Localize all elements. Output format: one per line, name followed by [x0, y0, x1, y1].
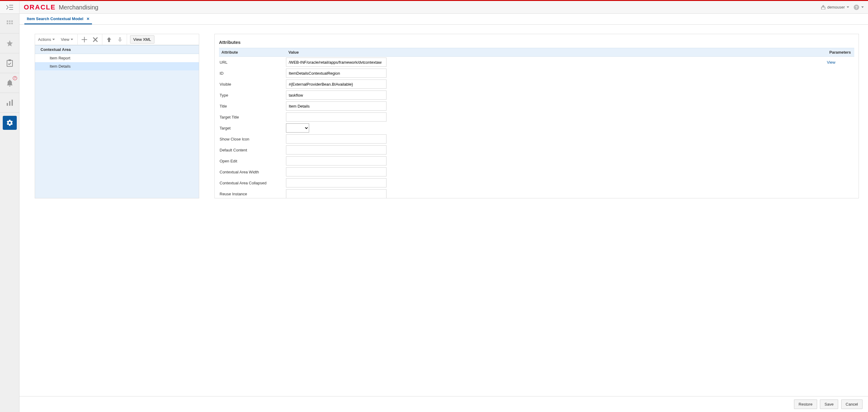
attribute-input[interactable]	[286, 90, 386, 100]
attribute-value-cell	[286, 167, 827, 176]
star-icon	[6, 40, 13, 47]
view-menu[interactable]: View	[58, 34, 76, 45]
attribute-row: Visible	[219, 79, 854, 90]
app-header: ORACLE Merchandising demouser ?	[0, 1, 868, 14]
caret-down-icon	[861, 6, 864, 8]
sidebar-item-notifications[interactable]: 7	[0, 73, 20, 93]
col-parameters: Parameters	[827, 48, 854, 56]
contextual-tree-panel: Actions View	[35, 34, 199, 198]
menu-collapse-icon	[6, 5, 13, 10]
grid-icon	[6, 20, 13, 27]
attribute-label: Type	[219, 93, 286, 97]
actions-menu[interactable]: Actions	[35, 34, 58, 45]
attributes-panel: Attributes Attribute Value Parameters UR…	[214, 34, 859, 198]
bell-icon	[6, 79, 13, 87]
attribute-value-cell	[286, 189, 827, 198]
attribute-input[interactable]	[286, 80, 386, 89]
delete-button[interactable]	[90, 34, 101, 45]
svg-rect-15	[7, 103, 8, 106]
svg-rect-12	[11, 23, 13, 24]
attribute-input[interactable]	[286, 68, 386, 78]
brand-block: ORACLE Merchandising	[20, 3, 98, 11]
x-icon	[93, 37, 98, 42]
tree-toolbar: Actions View	[35, 34, 199, 45]
tab-contextual-model[interactable]: Item Search Contextual Model ✕	[24, 14, 92, 24]
move-down-button[interactable]	[115, 34, 125, 45]
attribute-input[interactable]	[286, 113, 386, 122]
attribute-label: Open Edit	[219, 159, 286, 163]
user-icon	[821, 5, 825, 9]
attribute-value-cell	[286, 101, 827, 111]
attribute-label: Default Content	[219, 148, 286, 152]
attribute-row: Show Close Icon	[219, 134, 854, 144]
restore-button[interactable]: Restore	[794, 400, 817, 409]
notification-badge: 7	[13, 76, 17, 80]
attribute-value-cell	[286, 178, 827, 187]
attribute-value-cell	[286, 80, 827, 89]
arrow-down-icon	[118, 37, 122, 42]
plus-icon	[82, 37, 87, 42]
sidebar-toggle[interactable]	[0, 1, 20, 14]
attribute-input[interactable]	[286, 135, 386, 144]
svg-rect-10	[7, 23, 8, 24]
svg-rect-9	[11, 21, 13, 22]
attribute-row: Title	[219, 100, 854, 112]
attribute-input[interactable]	[286, 156, 386, 166]
attribute-value-cell	[286, 58, 827, 67]
attribute-input[interactable]	[286, 101, 386, 111]
svg-rect-11	[9, 23, 10, 24]
attribute-row: Default Content	[219, 144, 854, 155]
attribute-value-cell	[286, 145, 827, 154]
attribute-input[interactable]	[286, 58, 386, 67]
tree-row[interactable]: Item Details	[35, 62, 199, 70]
sidebar-item-favorites[interactable]	[0, 33, 20, 53]
attribute-label: Show Close Icon	[219, 137, 286, 141]
svg-point-4	[823, 5, 824, 6]
svg-rect-13	[7, 60, 12, 66]
col-value: Value	[286, 48, 827, 56]
tree-column-header: Contextual Area	[35, 45, 199, 54]
attribute-label: Reuse Instance	[219, 192, 286, 196]
bar-chart-icon	[6, 99, 13, 106]
tree-rows: Item ReportItem Details	[35, 54, 199, 70]
attribute-input[interactable]	[286, 167, 386, 176]
save-button[interactable]: Save	[820, 400, 838, 409]
attribute-input[interactable]	[286, 145, 386, 154]
gear-icon	[6, 119, 13, 126]
attribute-input[interactable]	[286, 189, 386, 198]
caret-down-icon	[847, 6, 849, 8]
attribute-row: Reuse Instance	[219, 188, 854, 198]
user-menu[interactable]: demouser ?	[821, 4, 868, 10]
attribute-label: Visible	[219, 82, 286, 87]
cancel-button[interactable]: Cancel	[841, 400, 863, 409]
attribute-input[interactable]	[286, 178, 386, 187]
sidebar-item-apps[interactable]	[0, 14, 20, 33]
attribute-value-cell	[286, 123, 827, 133]
help-icon[interactable]: ?	[854, 4, 860, 10]
sidebar-item-reports[interactable]	[0, 93, 20, 113]
attribute-row: Contextual Area Collapsed	[219, 177, 854, 188]
attribute-row: ID	[219, 68, 854, 79]
svg-rect-14	[8, 59, 11, 61]
tree-row[interactable]: Item Report	[35, 54, 199, 62]
attribute-row: Target Title	[219, 112, 854, 122]
view-xml-button[interactable]: View XML	[130, 35, 154, 43]
close-icon[interactable]: ✕	[87, 17, 90, 21]
attribute-label: Title	[219, 104, 286, 109]
sidebar-item-tasks[interactable]	[0, 53, 20, 73]
main-area: Item Search Contextual Model ✕ Actions V…	[20, 14, 868, 412]
view-parameters-link[interactable]: View	[827, 60, 835, 65]
sidebar-item-settings[interactable]	[3, 116, 17, 130]
attribute-label: Target Title	[219, 115, 286, 119]
attribute-value-cell	[286, 113, 827, 122]
arrow-up-icon	[106, 37, 112, 42]
attribute-row: Open Edit	[219, 155, 854, 167]
attributes-body: URLViewIDVisibleTypeTitleTarget TitleTar…	[219, 57, 854, 198]
svg-rect-3	[822, 7, 825, 9]
attribute-label: URL	[219, 60, 286, 65]
svg-rect-16	[9, 101, 10, 106]
col-attribute: Attribute	[219, 48, 286, 56]
attribute-select[interactable]	[286, 123, 309, 133]
add-button[interactable]	[79, 34, 90, 45]
move-up-button[interactable]	[103, 34, 115, 45]
